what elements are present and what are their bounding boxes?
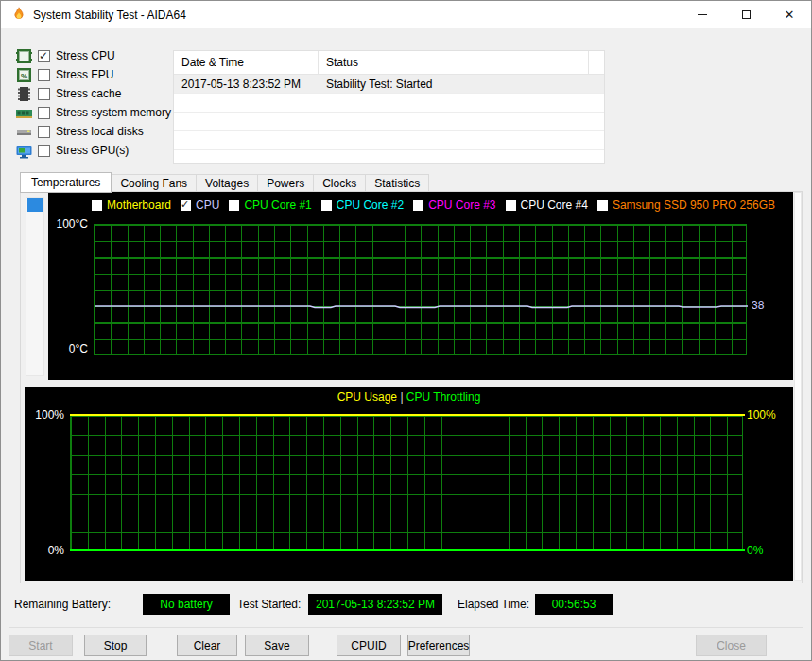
minimize-button[interactable]: [681, 1, 724, 28]
stop-button[interactable]: Stop: [84, 635, 147, 656]
legend-item-ssd[interactable]: Samsung SSD 950 PRO 256GB: [597, 199, 775, 212]
close-icon: ✕: [785, 9, 795, 21]
battery-value: No battery: [160, 598, 212, 611]
legend-item-cpu-core-1[interactable]: CPU Core #1: [229, 199, 311, 212]
scrollbar-thumb[interactable]: [27, 198, 43, 212]
start-button[interactable]: Start: [9, 635, 73, 656]
test-started-value-box: 2017-05-13 8:23:52 PM: [308, 594, 442, 615]
usage-title-secondary: CPU Throttling: [406, 391, 480, 404]
temp-axis-max-label: 100°C: [57, 217, 89, 231]
tab-voltages[interactable]: Voltages: [197, 174, 258, 192]
cpu-usage-chart: CPU Usage | CPU Throttling 100% 0% 100% …: [25, 387, 793, 581]
legend-item-cpu[interactable]: CPU: [181, 199, 219, 212]
stress-disks-checkbox[interactable]: [38, 126, 50, 138]
legend-item-cpu-core-3[interactable]: CPU Core #3: [413, 199, 495, 212]
tab-cooling-fans[interactable]: Cooling Fans: [112, 174, 197, 192]
tab-statistics[interactable]: Statistics: [366, 174, 429, 192]
window-title: System Stability Test - AIDA64: [33, 9, 186, 22]
cpuid-button[interactable]: CPUID: [337, 635, 401, 656]
gpu-monitor-icon: [16, 143, 32, 159]
close-button[interactable]: Close: [696, 635, 767, 656]
stress-option-memory[interactable]: Stress system memory: [16, 104, 171, 121]
legend-checkbox[interactable]: [413, 200, 423, 211]
event-log-table: Date & Time Status 2017-05-13 8:23:52 PM…: [173, 50, 605, 164]
stress-option-label: Stress FPU: [56, 68, 113, 81]
stress-option-fpu[interactable]: % Stress FPU: [16, 66, 113, 83]
vertical-scrollbar[interactable]: [26, 197, 44, 376]
usage-plot-grid: [70, 415, 743, 550]
save-button[interactable]: Save: [245, 635, 309, 656]
column-header-spacer: [589, 51, 604, 74]
table-header: Date & Time Status: [174, 51, 604, 75]
elapsed-time-value: 00:56:53: [552, 598, 596, 611]
table-row-empty: [174, 113, 604, 131]
preferences-button[interactable]: Preferences: [407, 635, 470, 656]
temperature-legend: Motherboard CPU CPU Core #1 CPU Core #2 …: [92, 198, 775, 213]
stress-option-gpu[interactable]: Stress GPU(s): [16, 142, 129, 159]
memory-module-icon: [16, 105, 32, 121]
stress-option-cache[interactable]: Stress cache: [16, 85, 121, 102]
stress-cpu-checkbox[interactable]: [38, 50, 50, 62]
minimize-icon: [698, 14, 707, 15]
temp-axis-min-label: 0°C: [69, 342, 88, 356]
right-scrollbar-track[interactable]: [794, 192, 802, 581]
stress-option-disks[interactable]: Stress local disks: [16, 123, 144, 140]
legend-checkbox[interactable]: [92, 200, 102, 211]
maximize-button[interactable]: [724, 1, 768, 28]
temperature-chart: Motherboard CPU CPU Core #1 CPU Core #2 …: [48, 192, 793, 380]
tab-clocks[interactable]: Clocks: [314, 174, 366, 192]
legend-label: CPU Core #2: [337, 199, 404, 212]
column-header-datetime[interactable]: Date & Time: [174, 51, 319, 74]
tab-temperatures[interactable]: Temperatures: [20, 172, 112, 193]
cache-chip-icon: [16, 86, 32, 102]
table-row[interactable]: 2017-05-13 8:23:52 PM Stability Test: St…: [174, 75, 604, 94]
legend-item-cpu-core-4[interactable]: CPU Core #4: [506, 199, 588, 212]
legend-item-motherboard[interactable]: Motherboard: [92, 199, 171, 212]
usage-right-min-label: 0%: [747, 544, 763, 557]
stress-option-label: Stress system memory: [56, 106, 171, 119]
legend-checkbox[interactable]: [229, 200, 239, 211]
usage-left-min-label: 0%: [48, 544, 64, 557]
svg-text:%: %: [21, 71, 27, 79]
stress-gpu-checkbox[interactable]: [38, 145, 50, 157]
table-row-empty: [174, 131, 604, 150]
temp-current-value: 38: [752, 299, 764, 312]
tab-powers[interactable]: Powers: [258, 174, 314, 192]
legend-checkbox[interactable]: [506, 200, 516, 211]
column-header-status[interactable]: Status: [319, 51, 589, 74]
legend-label: Motherboard: [107, 199, 171, 212]
stress-option-cpu[interactable]: Stress CPU: [16, 47, 115, 64]
elapsed-time-value-box: 00:56:53: [535, 594, 613, 615]
usage-chart-title: CPU Usage | CPU Throttling: [25, 391, 793, 404]
stress-option-label: Stress local disks: [56, 125, 144, 138]
clear-button[interactable]: Clear: [177, 635, 237, 656]
stress-memory-checkbox[interactable]: [38, 107, 50, 119]
battery-value-box: No battery: [143, 594, 230, 615]
cpu-throttling-line: [70, 549, 745, 551]
table-row-empty: [174, 94, 604, 113]
hard-disk-icon: [16, 124, 32, 140]
temperature-plot-grid: [94, 224, 747, 355]
battery-label: Remaining Battery:: [14, 598, 111, 611]
legend-label: CPU Core #3: [428, 199, 495, 212]
stability-test-window: System Stability Test - AIDA64 ✕ Stress …: [0, 0, 812, 661]
title-bar: System Stability Test - AIDA64 ✕: [1, 1, 811, 28]
close-window-button[interactable]: ✕: [768, 1, 811, 28]
cpu-usage-line: [70, 414, 745, 416]
usage-left-max-label: 100%: [35, 409, 64, 422]
legend-checkbox[interactable]: [597, 200, 608, 211]
legend-label: CPU: [196, 199, 219, 212]
usage-title-primary: CPU Usage: [337, 391, 397, 404]
legend-checkbox[interactable]: [321, 200, 332, 211]
tab-strip: Temperatures Cooling Fans Voltages Power…: [20, 171, 429, 192]
test-started-label: Test Started:: [237, 598, 301, 611]
stress-cache-checkbox[interactable]: [38, 88, 50, 100]
table-row-empty: [174, 150, 604, 164]
maximize-icon: [742, 10, 751, 19]
stress-fpu-checkbox[interactable]: [38, 69, 50, 81]
bottom-separator: [9, 627, 803, 628]
legend-checkbox[interactable]: [181, 200, 191, 211]
cell-datetime: 2017-05-13 8:23:52 PM: [174, 78, 319, 91]
cell-status: Stability Test: Started: [319, 78, 604, 91]
legend-item-cpu-core-2[interactable]: CPU Core #2: [321, 199, 404, 212]
